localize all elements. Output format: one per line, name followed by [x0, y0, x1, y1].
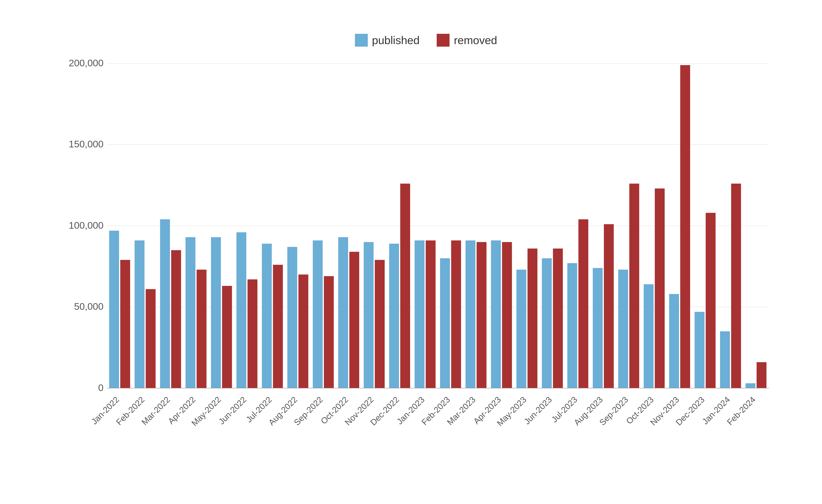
- svg-rect-47: [426, 240, 436, 388]
- svg-rect-44: [400, 184, 410, 388]
- svg-rect-77: [680, 65, 690, 388]
- published-swatch: [355, 34, 368, 47]
- svg-rect-22: [211, 237, 221, 388]
- svg-rect-71: [630, 184, 639, 388]
- svg-rect-53: [476, 242, 486, 388]
- svg-text:Jun-2023: Jun-2023: [522, 395, 553, 426]
- svg-rect-65: [578, 219, 588, 388]
- svg-rect-20: [196, 270, 207, 388]
- svg-rect-64: [567, 263, 577, 388]
- svg-text:200,000: 200,000: [69, 58, 104, 68]
- svg-rect-25: [236, 232, 246, 388]
- svg-rect-61: [542, 258, 552, 388]
- svg-rect-19: [185, 237, 195, 388]
- svg-rect-38: [349, 252, 359, 388]
- svg-rect-73: [644, 284, 654, 388]
- svg-text:Jun-2022: Jun-2022: [217, 395, 248, 426]
- svg-rect-11: [120, 260, 130, 388]
- svg-rect-32: [298, 274, 308, 388]
- svg-rect-17: [171, 250, 181, 388]
- svg-rect-52: [466, 240, 475, 388]
- svg-rect-26: [248, 279, 257, 388]
- svg-rect-29: [273, 265, 283, 388]
- svg-rect-40: [364, 242, 374, 388]
- removed-label: removed: [454, 34, 497, 47]
- svg-rect-59: [527, 249, 537, 388]
- svg-rect-55: [491, 240, 501, 388]
- svg-rect-37: [338, 237, 348, 388]
- svg-rect-31: [287, 247, 297, 388]
- svg-rect-67: [593, 268, 602, 388]
- svg-rect-58: [516, 270, 526, 388]
- svg-rect-86: [757, 362, 766, 388]
- published-label: published: [372, 34, 420, 47]
- svg-text:50,000: 50,000: [74, 301, 104, 312]
- svg-rect-70: [618, 270, 628, 388]
- svg-rect-46: [415, 240, 424, 388]
- svg-rect-13: [135, 240, 144, 388]
- removed-swatch: [437, 34, 450, 47]
- svg-rect-62: [553, 249, 563, 388]
- svg-rect-80: [706, 213, 716, 388]
- svg-rect-85: [746, 383, 755, 388]
- svg-rect-41: [375, 260, 385, 388]
- svg-rect-83: [731, 184, 741, 388]
- svg-rect-28: [262, 244, 272, 388]
- bar-chart: 050,000100,000150,000200,000Jan-2022Feb-…: [62, 59, 790, 440]
- svg-rect-16: [160, 219, 170, 388]
- svg-rect-14: [146, 289, 155, 388]
- svg-rect-49: [440, 258, 450, 388]
- svg-rect-76: [669, 294, 679, 388]
- svg-text:0: 0: [98, 382, 104, 393]
- svg-rect-10: [109, 231, 119, 388]
- svg-rect-82: [720, 331, 730, 388]
- chart-area: 050,000100,000150,000200,000Jan-2022Feb-…: [62, 59, 790, 440]
- chart-legend: published removed: [62, 34, 790, 47]
- svg-rect-56: [502, 242, 512, 388]
- svg-rect-79: [695, 312, 705, 388]
- svg-text:100,000: 100,000: [69, 220, 104, 231]
- legend-item-published: published: [355, 34, 420, 47]
- svg-text:150,000: 150,000: [69, 139, 104, 150]
- svg-rect-35: [324, 276, 334, 388]
- legend-item-removed: removed: [437, 34, 497, 47]
- svg-rect-74: [655, 188, 665, 388]
- chart-container: published removed 050,000100,000150,0002…: [15, 17, 807, 487]
- svg-rect-43: [389, 244, 399, 388]
- svg-rect-23: [222, 286, 232, 388]
- svg-rect-34: [313, 240, 323, 388]
- svg-rect-68: [604, 224, 614, 388]
- svg-rect-50: [451, 240, 461, 388]
